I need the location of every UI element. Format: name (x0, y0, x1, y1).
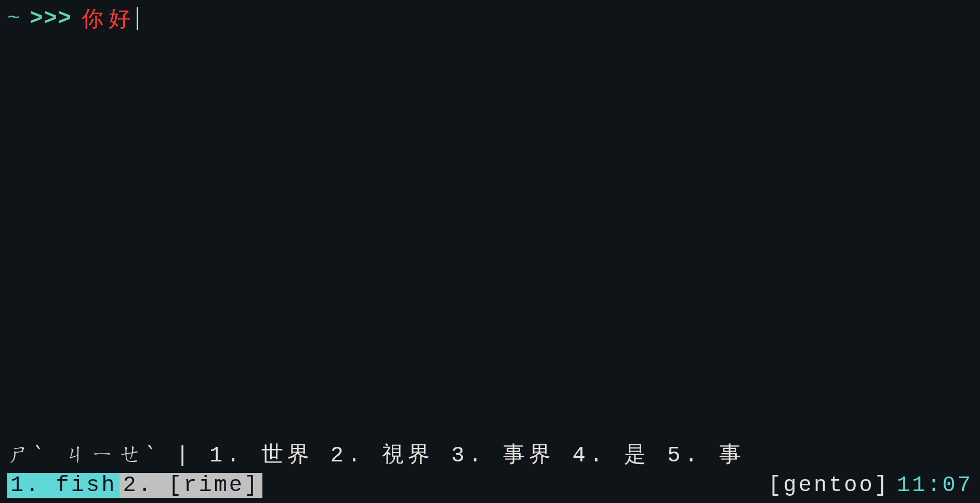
hostname-label: [gentoo] (768, 473, 890, 498)
candidate-index: 2. (330, 443, 365, 468)
ime-candidate-4[interactable]: 4. 是 (572, 443, 667, 468)
candidate-index: 4. (572, 443, 606, 468)
candidate-index: 3. (452, 443, 486, 468)
command-input[interactable]: 你好 (82, 4, 136, 33)
status-right: [gentoo] 11:07 (768, 473, 973, 498)
candidate-text: 是 (624, 443, 650, 468)
ime-candidate-3[interactable]: 3. 事界 (452, 443, 573, 468)
tab-rime[interactable]: 2. [rime] (120, 473, 262, 498)
ime-candidate-2[interactable]: 2. 視界 (330, 443, 452, 468)
ime-preedit-text: ㄕˋ ㄐㄧㄝˋ (7, 443, 158, 468)
clock-label: 11:07 (897, 473, 973, 498)
candidate-text: 事界 (503, 443, 555, 468)
ime-separator: | (176, 443, 192, 468)
ime-candidate-bar[interactable]: ㄕˋ ㄐㄧㄝˋ | 1. 世界 2. 視界 3. 事界 4. 是 5. 事 (0, 438, 980, 471)
ime-candidate-5[interactable]: 5. 事 (667, 443, 745, 468)
tab-fish[interactable]: 1. fish (7, 473, 120, 498)
tab-list: 1. fish 2. [rime] (7, 473, 262, 498)
candidate-text: 視界 (382, 443, 434, 468)
candidate-text: 事 (719, 443, 745, 468)
prompt-line[interactable]: ~ >>> 你好 (0, 0, 980, 37)
terminal-window: ~ >>> 你好 ㄕˋ ㄐㄧㄝˋ | 1. 世界 2. 視界 3. 事界 4. … (0, 0, 980, 503)
cursor-icon (137, 7, 138, 30)
candidate-text: 世界 (261, 443, 313, 468)
status-bar: 1. fish 2. [rime] [gentoo] 11:07 (0, 471, 980, 503)
ime-candidate-1[interactable]: 1. 世界 (209, 443, 330, 468)
bottom-section: ㄕˋ ㄐㄧㄝˋ | 1. 世界 2. 視界 3. 事界 4. 是 5. 事 (0, 438, 980, 503)
candidate-index: 1. (209, 443, 244, 468)
candidate-index: 5. (667, 443, 701, 468)
cwd-indicator: ~ (7, 6, 22, 31)
prompt-symbol: >>> (30, 6, 72, 31)
